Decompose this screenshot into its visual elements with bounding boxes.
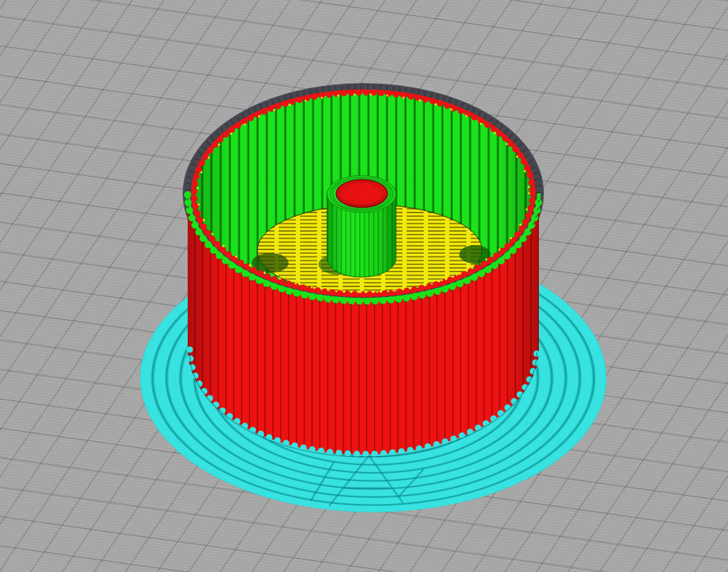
center-hub xyxy=(327,176,396,277)
hub-hole xyxy=(336,180,387,207)
viewport-3d[interactable] xyxy=(0,0,728,572)
infill-shadow-left xyxy=(252,253,289,273)
infill-shadow-right xyxy=(459,245,491,264)
sliced-model[interactable] xyxy=(0,0,728,572)
